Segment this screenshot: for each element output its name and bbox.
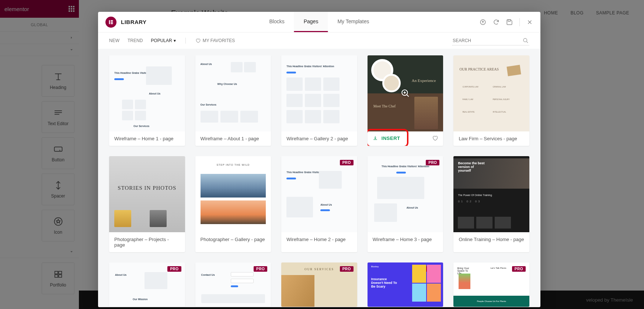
filter-trend[interactable]: TREND: [128, 38, 143, 43]
template-title: Wireframe – Home 2 - page: [286, 237, 345, 242]
template-card[interactable]: This Headline Grabs Visitors' Attention …: [281, 55, 357, 146]
template-thumbnail: PRO OUR SERVICES: [281, 262, 357, 307]
template-title: Wireframe – About 1 - page: [201, 136, 259, 141]
modal-header: LIBRARY Blocks Pages My Templates: [98, 12, 540, 32]
separator: [185, 38, 186, 44]
favorite-icon[interactable]: [432, 135, 438, 141]
template-thumbnail: STEP INTO THE WILD: [195, 156, 271, 232]
modal-actions: [480, 18, 533, 26]
template-card[interactable]: About Us Why Choose Us Our Services Wire…: [195, 55, 271, 146]
template-title: Photographer – Projects - page: [114, 237, 180, 248]
template-title: Wireframe – Home 1 - page: [114, 136, 173, 141]
template-grid-scroll[interactable]: This Headline Grabs Visitors' Attention …: [98, 49, 540, 307]
template-card[interactable]: STORIES IN PHOTOS Photographer – Project…: [109, 156, 185, 252]
search-box[interactable]: [452, 36, 529, 45]
template-card[interactable]: PRO Blocksy Insurance Doesn't Need To Be…: [368, 262, 443, 307]
download-icon: [373, 135, 378, 141]
template-thumbnail: PRO This Headline Grabs Visitors' Attent…: [281, 156, 357, 232]
template-card[interactable]: STEP INTO THE WILD Photographer – Galler…: [195, 156, 271, 252]
template-thumbnail: This Headline Grabs Visitors' Attention: [281, 55, 357, 131]
pro-badge: PRO: [254, 266, 267, 272]
template-thumbnail: About Us Why Choose Us Our Services: [195, 55, 271, 131]
template-card[interactable]: This Headline Grabs Visitors' Attention …: [109, 55, 185, 146]
svg-rect-8: [111, 21, 113, 23]
library-modal: LIBRARY Blocks Pages My Templates NEW TR…: [98, 12, 540, 307]
template-footer-hovered: INSERT: [368, 131, 443, 145]
svg-point-12: [523, 38, 527, 42]
template-card[interactable]: PRO This Headline Grabs Visitors' Attent…: [281, 156, 357, 252]
search-icon: [523, 38, 529, 44]
svg-rect-7: [111, 20, 113, 21]
template-card[interactable]: PRO Bring Your Space To Life Let's Talk …: [453, 262, 529, 307]
template-card[interactable]: PRO Become the best version of yourself …: [453, 156, 529, 252]
zoom-preview-icon[interactable]: [368, 55, 443, 131]
filter-favorites[interactable]: MY FAVORITES: [195, 38, 235, 43]
divider: [519, 18, 520, 26]
template-thumbnail: OUR PRACTICE AREAS CORPORATE LAW CRIMINA…: [453, 55, 529, 131]
template-title: Wireframe – Gallery 2 - page: [286, 136, 348, 141]
template-title: Law Firm – Services - page: [459, 136, 517, 141]
template-card[interactable]: OUR PRACTICE AREAS CORPORATE LAW CRIMINA…: [453, 55, 529, 146]
modal-title: LIBRARY: [121, 19, 147, 25]
pro-badge: PRO: [340, 160, 354, 165]
template-thumbnail: PRO Become the best version of yourself …: [453, 156, 529, 232]
template-thumbnail: STORIES IN PHOTOS: [109, 156, 185, 232]
modal-subheader: NEW TREND POPULAR▾ MY FAVORITES: [98, 32, 540, 49]
tab-pages[interactable]: Pages: [294, 12, 328, 32]
filter-new[interactable]: NEW: [109, 38, 119, 43]
template-thumbnail: PRO This Headline Grabs Visitors' Attent…: [368, 156, 443, 232]
sync-icon[interactable]: [493, 19, 499, 25]
upload-icon[interactable]: [480, 19, 486, 25]
pro-badge: PRO: [167, 266, 181, 272]
template-title: Online Training – Home - page: [459, 237, 524, 242]
insert-button[interactable]: INSERT: [373, 135, 400, 141]
svg-rect-6: [109, 20, 110, 24]
save-icon[interactable]: [506, 19, 513, 25]
svg-rect-9: [111, 23, 113, 24]
template-title: Photographer – Gallery - page: [201, 237, 265, 242]
svg-rect-11: [508, 20, 510, 21]
template-card[interactable]: PRO OUR SERVICES: [281, 262, 357, 307]
template-thumbnail: PRO About Us Our Mission: [109, 262, 185, 307]
pro-badge: PRO: [426, 160, 439, 165]
template-title: Wireframe – Home 3 - page: [373, 237, 432, 242]
pro-badge: PRO: [512, 266, 526, 272]
close-icon[interactable]: [526, 19, 533, 25]
modal-tabs: Blocks Pages My Templates: [260, 12, 379, 32]
template-thumbnail: An Experience Meet The Chef: [368, 55, 443, 131]
template-thumbnail: PRO Contact Us: [195, 262, 271, 307]
template-card-hovered[interactable]: An Experience Meet The Chef INSERT: [368, 55, 443, 146]
template-card[interactable]: PRO This Headline Grabs Visitors' Attent…: [368, 156, 443, 252]
template-thumbnail: This Headline Grabs Visitors' Attention …: [109, 55, 185, 131]
tab-my-templates[interactable]: My Templates: [328, 12, 379, 32]
filter-popular[interactable]: POPULAR▾: [151, 38, 175, 43]
template-grid: This Headline Grabs Visitors' Attention …: [109, 55, 529, 307]
template-thumbnail: PRO Bring Your Space To Life Let's Talk …: [453, 262, 529, 307]
template-thumbnail: PRO Blocksy Insurance Doesn't Need To Be…: [368, 262, 443, 307]
search-input[interactable]: [453, 38, 523, 43]
tab-blocks[interactable]: Blocks: [260, 12, 294, 32]
template-card[interactable]: PRO Contact Us: [195, 262, 271, 307]
elementor-logo-icon: [105, 17, 116, 28]
template-card[interactable]: PRO About Us Our Mission: [109, 262, 185, 307]
